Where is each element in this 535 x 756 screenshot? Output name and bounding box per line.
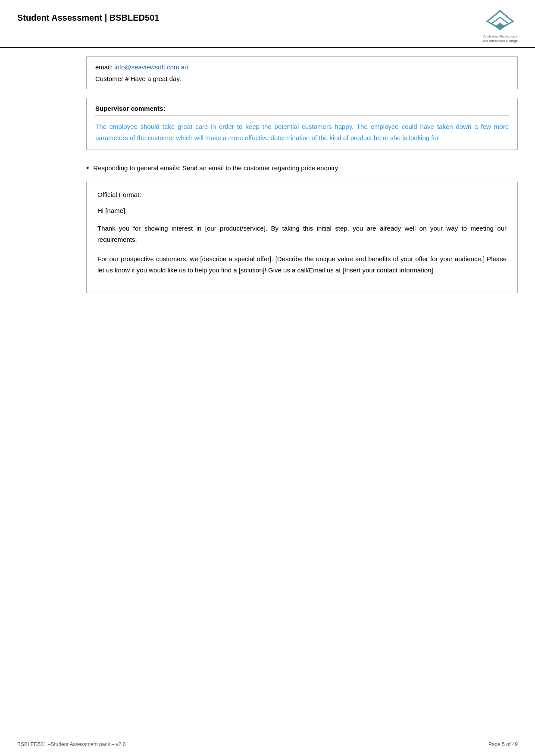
- page-content: email: info@seaviewsoft.com.au Customer …: [0, 48, 535, 310]
- top-box: email: info@seaviewsoft.com.au Customer …: [86, 56, 518, 89]
- main-layout: email: info@seaviewsoft.com.au Customer …: [17, 56, 518, 293]
- bullet-text: Responding to general emails: Send an em…: [93, 163, 338, 173]
- logo-area: Australian Technology and Innovation Col…: [482, 9, 518, 43]
- email-label: email:: [95, 63, 114, 71]
- bullet-item: • Responding to general emails: Send an …: [86, 163, 518, 173]
- page-title: Student Assessment | BSBLED501: [17, 13, 159, 23]
- college-logo: [483, 9, 517, 34]
- supervisor-label: Supervisor comments:: [95, 105, 509, 116]
- right-content: email: info@seaviewsoft.com.au Customer …: [86, 56, 518, 293]
- supervisor-box: Supervisor comments: The employee should…: [86, 98, 518, 150]
- official-format-label: Official Format:: [97, 191, 507, 198]
- email-line: email: info@seaviewsoft.com.au: [95, 63, 509, 71]
- left-margin: [17, 56, 86, 293]
- customer-note: Customer # Have a great day.: [95, 75, 509, 82]
- footer-right: Page 5 of 49: [488, 741, 518, 747]
- official-format-box: Official Format: Hi [name], Thank you fo…: [86, 182, 518, 293]
- page-header: Student Assessment | BSBLED501 Australia…: [0, 0, 535, 48]
- bullet-section: • Responding to general emails: Send an …: [86, 163, 518, 173]
- svg-marker-2: [495, 23, 505, 30]
- page-footer: BSBLED501 –Student Assessment pack – v2.…: [0, 741, 535, 747]
- supervisor-comment-text: The employee should take great care in o…: [95, 121, 509, 143]
- logo-text-line1: Australian Technology and Innovation Col…: [482, 34, 518, 43]
- official-paragraph-1: Thank you for showing interest in [our p…: [97, 223, 507, 245]
- hi-name: Hi [name],: [97, 207, 507, 214]
- footer-left: BSBLED501 –Student Assessment pack – v2.…: [17, 741, 125, 747]
- bullet-dot: •: [86, 164, 89, 173]
- official-paragraph-2: For our prospective customers, we [descr…: [97, 253, 507, 275]
- email-link[interactable]: info@seaviewsoft.com.au: [114, 63, 188, 71]
